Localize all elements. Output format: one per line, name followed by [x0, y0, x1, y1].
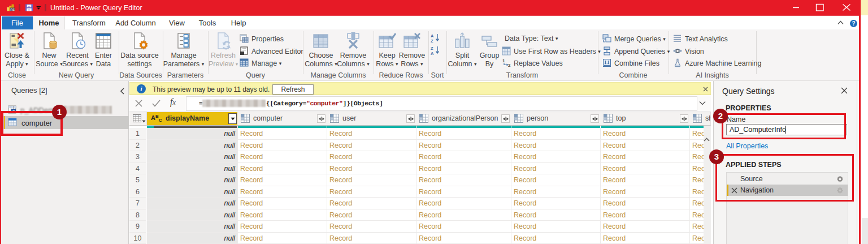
svg-text:2: 2	[508, 63, 511, 67]
svg-text:A: A	[431, 51, 434, 55]
svg-text:Z: Z	[431, 38, 433, 43]
svg-text:RS: RS	[10, 8, 15, 11]
svg-text:1: 1	[502, 58, 505, 63]
